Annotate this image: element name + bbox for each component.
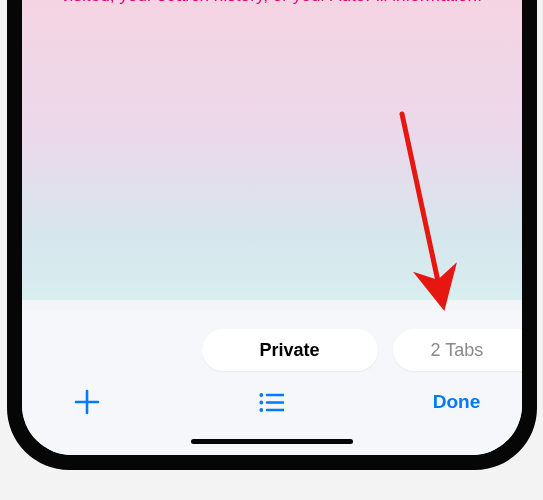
done-button[interactable]: Done bbox=[422, 391, 492, 413]
done-label: Done bbox=[433, 391, 481, 413]
svg-point-4 bbox=[259, 400, 263, 404]
home-indicator[interactable] bbox=[191, 439, 353, 445]
tab-group-other[interactable]: 2 Tabs bbox=[393, 329, 522, 371]
tab-group-label: 2 Tabs bbox=[431, 340, 484, 361]
svg-point-5 bbox=[259, 408, 263, 412]
tab-group-bar[interactable]: Private 2 Tabs bbox=[202, 311, 522, 375]
tab-groups-button[interactable] bbox=[122, 392, 422, 413]
list-icon bbox=[259, 392, 284, 413]
bottom-panel: Private 2 Tabs bbox=[22, 311, 522, 455]
tab-group-private[interactable]: Private bbox=[202, 329, 378, 371]
phone-frame: visited, your search history, or your Au… bbox=[7, 0, 537, 470]
plus-icon bbox=[73, 388, 101, 416]
svg-point-3 bbox=[259, 393, 263, 397]
new-tab-button[interactable] bbox=[52, 388, 122, 416]
private-mode-description: visited, your search history, or your Au… bbox=[22, 0, 522, 6]
private-mode-info-area: visited, your search history, or your Au… bbox=[22, 0, 522, 300]
tab-group-label: Private bbox=[259, 340, 319, 361]
browser-screen: visited, your search history, or your Au… bbox=[22, 0, 522, 455]
